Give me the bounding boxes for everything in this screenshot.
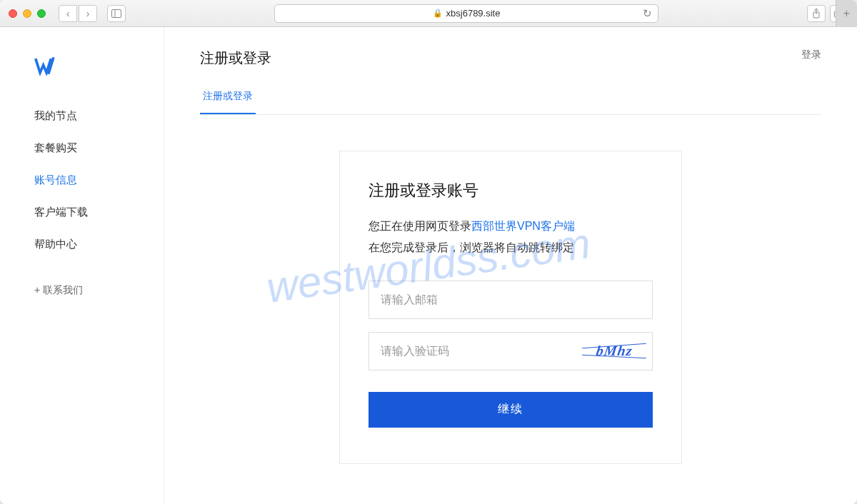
svg-rect-0 (112, 9, 121, 17)
sidebar-item-help[interactable]: 帮助中心 (0, 228, 164, 261)
maximize-window-button[interactable] (37, 9, 46, 18)
card-description: 您正在使用网页登录西部世界VPN客户端 在您完成登录后，浏览器将自动跳转绑定 (369, 216, 653, 259)
tabs: 注册或登录 (200, 89, 821, 115)
lock-icon: 🔒 (433, 9, 443, 18)
sidebar-item-download[interactable]: 客户端下载 (0, 196, 164, 228)
captcha-image[interactable]: bMhz (582, 338, 646, 364)
vpn-client-link[interactable]: 西部世界VPN客户端 (471, 220, 575, 232)
url-host: xbsj6789.site (446, 8, 501, 19)
back-button[interactable]: ‹ (59, 5, 77, 22)
card-title: 注册或登录账号 (369, 180, 653, 201)
minimize-window-button[interactable] (23, 9, 31, 18)
card-desc-prefix: 您正在使用网页登录 (369, 220, 471, 232)
email-input[interactable] (369, 281, 653, 319)
reload-icon[interactable]: ↻ (643, 7, 652, 20)
continue-button[interactable]: 继续 (369, 392, 653, 428)
captcha-text: bMhz (595, 343, 633, 359)
sidebar-item-contact[interactable]: + 联系我们 (0, 275, 164, 306)
sidebar-item-account[interactable]: 账号信息 (0, 164, 164, 196)
browser-titlebar: ‹ › 🔒 xbsj6789.site ↻ + (0, 0, 857, 27)
main-area: 注册或登录 登录 注册或登录 注册或登录账号 您正在使用网页登录西部世界VPN客… (164, 27, 857, 504)
url-bar[interactable]: 🔒 xbsj6789.site ↻ (274, 4, 658, 23)
close-window-button[interactable] (9, 9, 17, 18)
share-button[interactable] (807, 5, 826, 22)
login-card: 注册或登录账号 您正在使用网页登录西部世界VPN客户端 在您完成登录后，浏览器将… (339, 151, 682, 464)
header-login-link[interactable]: 登录 (801, 49, 821, 61)
tab-register-login[interactable]: 注册或登录 (200, 90, 256, 114)
sidebar-item-plans[interactable]: 套餐购买 (0, 132, 164, 164)
sidebar-toggle-button[interactable] (107, 5, 126, 22)
logo (0, 56, 164, 100)
sidebar: 我的节点 套餐购买 账号信息 客户端下载 帮助中心 + 联系我们 (0, 27, 164, 504)
new-tab-button[interactable]: + (836, 0, 857, 27)
captcha-input[interactable] (369, 333, 575, 370)
forward-button[interactable]: › (79, 5, 97, 22)
card-desc-line2: 在您完成登录后，浏览器将自动跳转绑定 (369, 241, 574, 253)
page-title: 注册或登录 (200, 49, 271, 68)
sidebar-item-nodes[interactable]: 我的节点 (0, 100, 164, 132)
